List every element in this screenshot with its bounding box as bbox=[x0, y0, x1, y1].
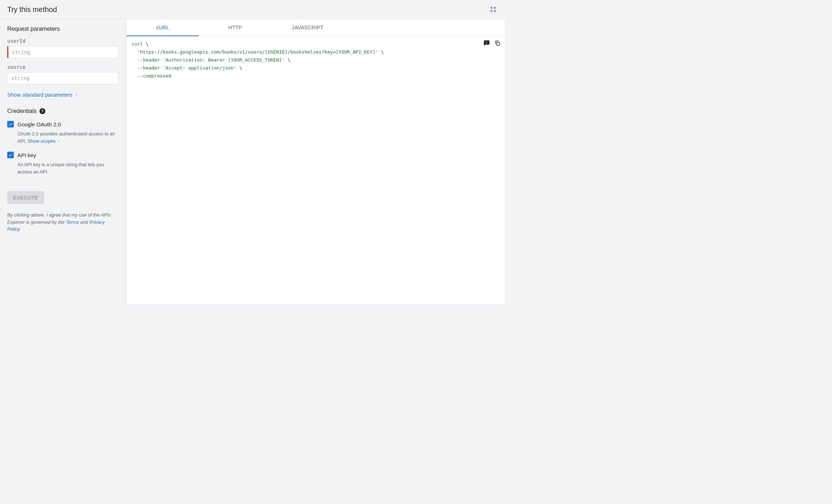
code-token: 'Authorization: Bearer [YOUR_ACCESS_TOKE… bbox=[163, 57, 285, 63]
disclaimer-and: and bbox=[79, 219, 90, 225]
copy-icon[interactable] bbox=[494, 39, 501, 47]
param-source: source bbox=[7, 64, 118, 90]
credential-apikey-desc: An API key is a unique string that lets … bbox=[7, 161, 118, 175]
show-standard-params-link[interactable]: Show standard parameters bbox=[7, 92, 118, 98]
credential-oauth: Google OAuth 2.0 OAuth 2.0 provides auth… bbox=[7, 121, 118, 144]
credentials-heading: Credentials bbox=[7, 108, 37, 114]
code-token: curl bbox=[132, 41, 143, 47]
checkbox-apikey[interactable] bbox=[7, 152, 14, 158]
tab-http[interactable]: HTTP bbox=[199, 19, 271, 36]
show-standard-params-label: Show standard parameters bbox=[7, 92, 72, 98]
code-token: 'https://books.googleapis.com/books/v1/u… bbox=[137, 49, 378, 55]
param-userid: userId bbox=[7, 38, 118, 64]
code-panel: cURL HTTP JAVASCRIPT curl \ 'https://boo… bbox=[126, 19, 505, 304]
chevron-down-icon bbox=[57, 139, 61, 143]
code-token: --header bbox=[137, 57, 160, 63]
credential-oauth-desc: OAuth 2.0 provides authenticated access … bbox=[7, 130, 118, 144]
param-label-source: source bbox=[7, 64, 118, 70]
svg-rect-0 bbox=[497, 42, 500, 45]
help-icon[interactable]: ? bbox=[39, 108, 45, 114]
chevron-down-icon bbox=[75, 93, 78, 97]
param-label-userid: userId bbox=[7, 38, 118, 44]
param-input-userid[interactable] bbox=[8, 49, 118, 55]
show-scopes-link[interactable]: Show scopes bbox=[28, 138, 61, 144]
code-token: \ bbox=[285, 57, 291, 63]
disclaimer-period: . bbox=[20, 226, 21, 232]
code-area: curl \ 'https://books.googleapis.com/boo… bbox=[126, 37, 505, 84]
collapse-button[interactable] bbox=[489, 5, 498, 14]
code-token: 'Accept: application/json' bbox=[163, 65, 237, 71]
execute-button[interactable]: Execute bbox=[7, 191, 44, 204]
disclaimer-text: By clicking above, I agree that my use o… bbox=[7, 211, 118, 233]
code-tabs: cURL HTTP JAVASCRIPT bbox=[126, 19, 505, 37]
check-icon bbox=[8, 122, 13, 127]
tab-curl[interactable]: cURL bbox=[126, 19, 199, 36]
param-input-userid-wrapper bbox=[7, 46, 118, 58]
code-token: --compressed bbox=[137, 73, 171, 79]
minimize-icon bbox=[490, 6, 496, 13]
code-token: \ bbox=[143, 41, 149, 47]
param-input-source-wrapper bbox=[7, 72, 118, 84]
code-token: \ bbox=[237, 65, 242, 71]
checkbox-oauth[interactable] bbox=[7, 121, 14, 127]
request-panel: Request parameters userId source Show st… bbox=[0, 19, 126, 304]
param-input-source[interactable] bbox=[8, 75, 118, 81]
credential-apikey-label: API key bbox=[17, 152, 36, 158]
tab-javascript[interactable]: JAVASCRIPT bbox=[271, 19, 344, 36]
credential-apikey: API key An API key is a unique string th… bbox=[7, 152, 118, 175]
check-icon bbox=[8, 152, 13, 158]
code-token: \ bbox=[378, 49, 384, 55]
page-title: Try this method bbox=[7, 5, 57, 14]
code-token: --header bbox=[137, 65, 160, 71]
request-params-heading: Request parameters bbox=[7, 26, 118, 32]
credential-oauth-label: Google OAuth 2.0 bbox=[17, 121, 61, 127]
feedback-icon[interactable] bbox=[483, 39, 490, 47]
terms-link[interactable]: Terms bbox=[66, 219, 79, 225]
show-scopes-label: Show scopes bbox=[28, 138, 55, 144]
